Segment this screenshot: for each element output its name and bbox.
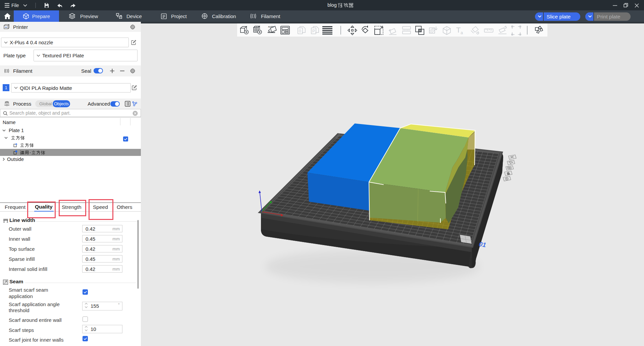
svg-text:01: 01 [478, 240, 486, 248]
svg-text:AUTO: AUTO [268, 26, 274, 28]
svg-text:T: T [456, 26, 461, 34]
svg-text:P: P [312, 29, 315, 34]
svg-text:a: a [461, 30, 463, 35]
svg-text:File: File [11, 3, 19, 8]
svg-text:0: 0 [299, 29, 301, 34]
